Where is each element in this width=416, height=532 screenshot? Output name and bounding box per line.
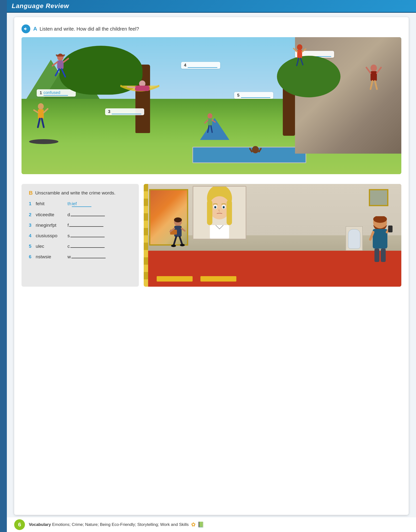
deco-strip bbox=[144, 184, 148, 287]
section-b-wrapper: B Unscramble and write the crime words. … bbox=[22, 184, 401, 287]
word-num-5: 5 bbox=[29, 244, 36, 249]
page-title: Language Review bbox=[12, 2, 69, 10]
scrambled-1: fehit bbox=[36, 201, 67, 206]
answer-blank-4[interactable] bbox=[70, 232, 105, 237]
write-label-3: 3 bbox=[108, 109, 110, 114]
museum-man-phone bbox=[367, 216, 394, 266]
svg-line-26 bbox=[294, 48, 297, 52]
character-tent-child bbox=[204, 113, 216, 136]
book-icon: 📗 bbox=[197, 521, 204, 528]
write-label-1: 1 bbox=[40, 91, 42, 95]
svg-line-27 bbox=[302, 49, 306, 52]
section-b: B Unscramble and write the crime words. … bbox=[22, 184, 401, 287]
svg-point-24 bbox=[297, 44, 302, 50]
svg-line-9 bbox=[44, 109, 48, 113]
svg-rect-64 bbox=[374, 249, 379, 262]
svg-rect-40 bbox=[227, 200, 232, 225]
speaker-icon[interactable] bbox=[22, 24, 30, 33]
section-b-right-illustration bbox=[144, 184, 401, 287]
svg-line-35 bbox=[375, 81, 377, 89]
answer-prefix-5: c bbox=[67, 244, 70, 249]
svg-line-23 bbox=[259, 148, 261, 152]
write-underline-3 bbox=[112, 109, 141, 114]
write-label-4: 4 bbox=[184, 63, 186, 68]
character-boy-trampoline bbox=[33, 103, 49, 133]
svg-rect-16 bbox=[208, 118, 212, 126]
write-underline-5 bbox=[241, 93, 271, 98]
svg-point-45 bbox=[215, 207, 216, 208]
character-pool bbox=[249, 145, 262, 160]
answer-blank-6[interactable] bbox=[71, 253, 106, 258]
write-box-3: 3 bbox=[105, 108, 144, 115]
svg-line-2 bbox=[52, 62, 57, 66]
scrambled-3: rineginrfpt bbox=[36, 223, 67, 228]
word-num-1: 1 bbox=[29, 201, 36, 206]
svg-point-49 bbox=[174, 217, 182, 222]
yellow-bar-2 bbox=[200, 276, 237, 282]
word-row-3: 3 rineginrfpt f bbox=[29, 222, 131, 228]
write-box-1: 1 confused bbox=[37, 89, 76, 97]
character-climbing-boy bbox=[293, 44, 307, 72]
header-banner: Language Review bbox=[7, 0, 416, 13]
answer-prefix-6: w bbox=[67, 254, 71, 260]
svg-point-6 bbox=[38, 103, 44, 110]
svg-point-56 bbox=[171, 245, 176, 247]
svg-line-10 bbox=[38, 119, 40, 127]
answer-prefix-2: d bbox=[67, 212, 70, 217]
character-woman-arms-up bbox=[365, 65, 382, 97]
wall-painting-right bbox=[369, 189, 388, 206]
svg-rect-65 bbox=[381, 249, 386, 262]
write-box-5: 5 bbox=[234, 92, 273, 99]
write-underline-4 bbox=[188, 63, 217, 68]
svg-line-22 bbox=[250, 148, 252, 152]
svg-rect-13 bbox=[135, 86, 150, 91]
answer-blank-2[interactable] bbox=[71, 211, 105, 216]
svg-point-46 bbox=[223, 207, 224, 208]
svg-point-21 bbox=[252, 146, 259, 153]
svg-rect-7 bbox=[38, 109, 44, 119]
answer-prefix-4: s bbox=[67, 233, 70, 238]
svg-line-34 bbox=[371, 81, 372, 89]
word-num-2: 2 bbox=[29, 212, 36, 217]
svg-line-28 bbox=[297, 58, 299, 66]
tree-top-right bbox=[277, 56, 340, 97]
section-b-left: B Unscramble and write the crime words. … bbox=[22, 184, 139, 287]
illustration-a: 1 confused 2 3 4 5 bbox=[22, 37, 401, 174]
scrambled-5: ulec bbox=[36, 244, 67, 249]
svg-rect-31 bbox=[371, 71, 377, 81]
answer-blank-3[interactable] bbox=[69, 222, 103, 227]
word-row-2: 2 vticeedte d bbox=[29, 211, 131, 217]
svg-rect-60 bbox=[373, 229, 387, 249]
vase bbox=[348, 229, 360, 249]
word-row-4: 4 ciusiusspo s bbox=[29, 232, 131, 238]
footer-text-bold: Vocabulary bbox=[29, 522, 51, 527]
svg-line-20 bbox=[211, 126, 212, 132]
answer-blank-5[interactable] bbox=[70, 243, 105, 248]
svg-line-11 bbox=[42, 119, 44, 127]
character-hammock bbox=[120, 78, 159, 99]
scrambled-2: vticeedte bbox=[36, 212, 67, 217]
svg-line-33 bbox=[377, 68, 381, 73]
section-a-label: A bbox=[33, 26, 37, 32]
section-a-instruction: Listen and write. How did all the childr… bbox=[40, 26, 139, 32]
yellow-bar-1 bbox=[157, 276, 193, 282]
svg-line-17 bbox=[205, 120, 208, 123]
section-b-instruction: Unscramble and write the crime words. bbox=[35, 190, 115, 196]
answer-text-1: ief bbox=[72, 201, 91, 207]
star-icon: ✿ bbox=[191, 521, 196, 528]
svg-line-14 bbox=[128, 87, 135, 88]
page-number: 6 bbox=[14, 519, 25, 530]
write-label-5: 5 bbox=[237, 93, 239, 98]
word-num-3: 3 bbox=[29, 223, 36, 228]
scrambled-4: ciusiusspo bbox=[36, 233, 67, 238]
trampoline bbox=[29, 139, 58, 144]
word-row-5: 5 ulec c bbox=[29, 243, 131, 249]
speaker-svg bbox=[23, 26, 28, 31]
svg-point-15 bbox=[208, 113, 212, 119]
svg-line-18 bbox=[212, 120, 215, 122]
character-girl-jumping bbox=[52, 54, 69, 81]
svg-rect-1 bbox=[57, 60, 64, 69]
museum-character-walking bbox=[168, 217, 188, 253]
word-num-6: 6 bbox=[29, 254, 36, 260]
svg-point-30 bbox=[371, 65, 377, 71]
